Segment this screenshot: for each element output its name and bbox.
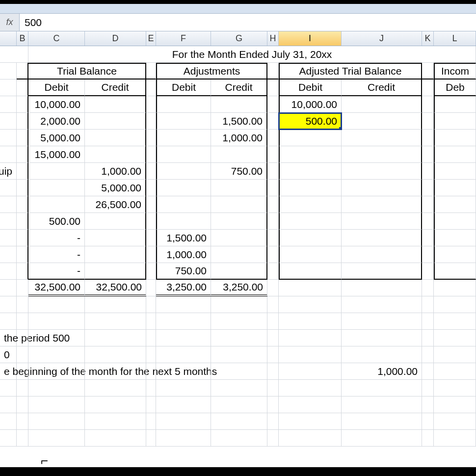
cell[interactable] — [434, 330, 476, 346]
note-cell[interactable]: e beginning of the month for the next 5 … — [0, 363, 17, 380]
cell[interactable] — [85, 363, 146, 380]
cell[interactable] — [146, 146, 156, 163]
cell[interactable] — [267, 280, 279, 296]
cell[interactable] — [0, 63, 17, 79]
cell[interactable] — [17, 246, 28, 263]
cell[interactable] — [267, 296, 279, 313]
cell[interactable] — [0, 130, 17, 146]
cell[interactable] — [422, 330, 434, 346]
cell[interactable] — [434, 363, 476, 380]
cell[interactable] — [342, 413, 422, 430]
cell[interactable] — [156, 180, 211, 196]
cell[interactable] — [146, 346, 156, 363]
cell[interactable]: 10,000.00 — [279, 96, 342, 113]
cell[interactable] — [156, 196, 211, 213]
cell[interactable]: - — [28, 230, 85, 246]
cell[interactable] — [156, 430, 211, 447]
cell[interactable] — [17, 113, 28, 130]
col-header-f[interactable]: F — [156, 31, 211, 46]
col-header-gutter[interactable] — [0, 31, 17, 46]
cell[interactable] — [267, 397, 279, 413]
cell[interactable] — [28, 430, 85, 447]
cell[interactable] — [342, 380, 422, 397]
cell[interactable] — [267, 330, 279, 346]
cell[interactable] — [211, 180, 267, 196]
cell[interactable] — [267, 246, 279, 263]
cell[interactable] — [146, 230, 156, 246]
cell[interactable] — [85, 380, 146, 397]
cell[interactable] — [146, 363, 156, 380]
cell[interactable] — [85, 113, 146, 130]
cell[interactable] — [267, 346, 279, 363]
cell[interactable] — [156, 397, 211, 413]
cell[interactable] — [279, 230, 342, 246]
cell[interactable] — [279, 280, 342, 296]
cell[interactable] — [211, 246, 267, 263]
col-header-c[interactable]: C — [28, 31, 85, 46]
cell[interactable] — [434, 397, 476, 413]
cell[interactable] — [85, 413, 146, 430]
cell[interactable] — [342, 213, 422, 230]
cell[interactable] — [0, 313, 17, 330]
cell[interactable] — [156, 146, 211, 163]
cell[interactable] — [434, 246, 476, 263]
cell[interactable] — [0, 96, 17, 113]
col-header-l[interactable]: L — [434, 31, 476, 46]
cell[interactable]: 5,000.00 — [28, 130, 85, 146]
cell[interactable] — [146, 296, 156, 313]
cell[interactable] — [0, 246, 17, 263]
cell[interactable] — [267, 230, 279, 246]
cell[interactable] — [146, 246, 156, 263]
cell[interactable] — [211, 146, 267, 163]
cell[interactable] — [17, 130, 28, 146]
cell[interactable] — [422, 263, 434, 280]
cell[interactable] — [17, 180, 28, 196]
cell[interactable] — [279, 163, 342, 180]
cell[interactable] — [146, 196, 156, 213]
cell[interactable] — [434, 380, 476, 397]
cell[interactable] — [85, 130, 146, 146]
cell[interactable] — [342, 163, 422, 180]
cell[interactable] — [146, 180, 156, 196]
cell[interactable] — [85, 263, 146, 280]
cell[interactable] — [28, 196, 85, 213]
cell[interactable] — [28, 180, 85, 196]
cell[interactable] — [422, 430, 434, 447]
cell[interactable] — [17, 363, 28, 380]
cell[interactable] — [434, 313, 476, 330]
cell[interactable] — [422, 346, 434, 363]
cell[interactable] — [422, 196, 434, 213]
cell[interactable] — [279, 330, 342, 346]
col-header-k[interactable]: K — [422, 31, 434, 46]
cell[interactable] — [279, 363, 342, 380]
section-trial-balance[interactable]: Trial Balance — [28, 63, 146, 79]
cell[interactable]: - — [28, 246, 85, 263]
cell[interactable] — [267, 380, 279, 397]
cell[interactable] — [211, 430, 267, 447]
note-value[interactable]: 1,000.00 — [342, 363, 422, 380]
cell[interactable] — [0, 146, 17, 163]
cell[interactable] — [156, 363, 211, 380]
cell[interactable] — [28, 380, 85, 397]
cell[interactable] — [146, 280, 156, 296]
cell[interactable]: 1,000.00 — [85, 163, 146, 180]
cell[interactable] — [342, 313, 422, 330]
cell[interactable] — [422, 280, 434, 296]
cell[interactable] — [422, 63, 434, 79]
col-header-e[interactable]: E — [146, 31, 156, 46]
cell[interactable] — [434, 146, 476, 163]
cell[interactable] — [17, 96, 28, 113]
cell[interactable] — [279, 246, 342, 263]
header-debit[interactable]: Deb — [434, 79, 476, 96]
cell[interactable] — [85, 330, 146, 346]
cell[interactable] — [422, 363, 434, 380]
cell[interactable] — [434, 213, 476, 230]
cell[interactable] — [279, 313, 342, 330]
cell[interactable] — [17, 380, 28, 397]
cell[interactable] — [434, 430, 476, 447]
cell[interactable] — [267, 363, 279, 380]
cell[interactable] — [156, 96, 211, 113]
cell[interactable]: 750.00 — [211, 163, 267, 180]
cell[interactable] — [211, 230, 267, 246]
cell[interactable]: 26,500.00 — [85, 196, 146, 213]
